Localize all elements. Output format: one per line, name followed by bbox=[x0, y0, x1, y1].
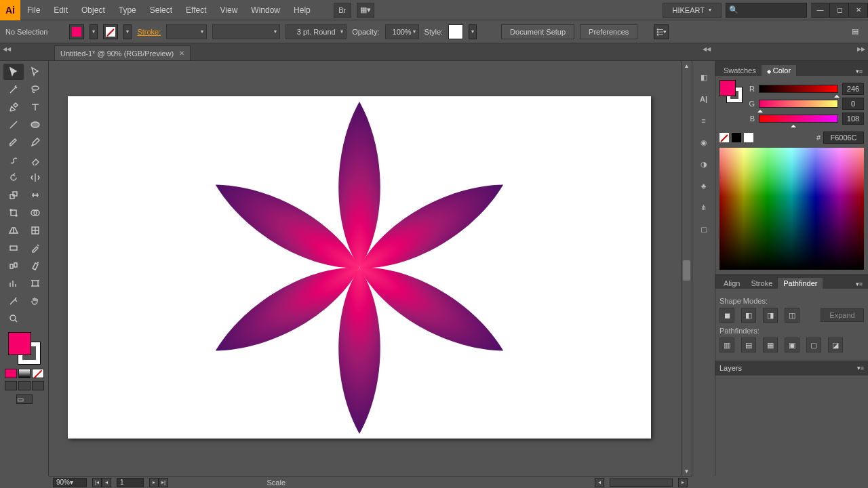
appearance-panel-icon[interactable]: ◉ bbox=[697, 136, 711, 149]
hex-field[interactable]: F6006C bbox=[823, 131, 864, 144]
brushes-panel-icon[interactable]: ⋔ bbox=[697, 201, 711, 214]
free-transform-tool[interactable] bbox=[3, 205, 24, 221]
scroll-down-icon[interactable]: ▼ bbox=[682, 466, 692, 476]
preferences-button[interactable]: Preferences bbox=[580, 24, 637, 39]
artboard-tool[interactable] bbox=[25, 275, 45, 291]
gradient-tool[interactable] bbox=[3, 240, 24, 256]
stroke-swatch[interactable] bbox=[103, 24, 118, 39]
pathfinder-tab[interactable]: Pathfinder bbox=[778, 278, 823, 289]
pathfinder-menu-icon[interactable]: ▾≡ bbox=[853, 279, 865, 289]
brush-dropdown[interactable]: 3 pt. Round▾ bbox=[285, 24, 347, 39]
scroll-up-icon[interactable]: ▲ bbox=[682, 61, 692, 70]
document-setup-button[interactable]: Document Setup bbox=[501, 24, 574, 39]
r-value[interactable]: 246 bbox=[842, 83, 864, 95]
blend-tool[interactable] bbox=[3, 258, 24, 274]
black-swatch-icon[interactable] bbox=[732, 133, 741, 142]
color-mode-button[interactable] bbox=[5, 369, 17, 378]
maximize-button[interactable]: ◻ bbox=[830, 3, 849, 18]
lasso-tool[interactable] bbox=[25, 81, 45, 98]
hand-tool[interactable] bbox=[25, 293, 45, 309]
magic-wand-tool[interactable] bbox=[3, 81, 24, 98]
unite-button[interactable]: ◼ bbox=[719, 308, 734, 323]
character-panel-icon[interactable]: A| bbox=[697, 92, 711, 106]
paintbrush-tool[interactable] bbox=[3, 134, 24, 150]
layers-menu-icon[interactable]: ▾≡ bbox=[857, 365, 864, 371]
selection-tool[interactable] bbox=[3, 64, 24, 80]
color-spectrum[interactable] bbox=[719, 148, 864, 270]
gradient-mode-button[interactable] bbox=[18, 369, 31, 378]
arrange-docs-button[interactable]: ▦▾ bbox=[357, 3, 374, 18]
fill-indicator[interactable] bbox=[8, 332, 31, 355]
white-swatch-icon[interactable] bbox=[744, 133, 753, 142]
fill-dropdown[interactable]: ▾ bbox=[90, 24, 98, 39]
layers-panel-header[interactable]: Layers ▾≡ bbox=[715, 361, 868, 375]
workspace-switcher[interactable]: HIKEART▾ bbox=[663, 3, 722, 18]
menu-help[interactable]: Help bbox=[287, 0, 317, 20]
align-tab[interactable]: Align bbox=[718, 278, 745, 289]
minus-back-button[interactable]: ◪ bbox=[828, 338, 843, 352]
fill-swatch[interactable] bbox=[69, 24, 84, 39]
perspective-tool[interactable] bbox=[3, 222, 24, 239]
transparency-panel-icon[interactable]: ▢ bbox=[697, 222, 711, 236]
pencil-tool[interactable] bbox=[25, 134, 45, 150]
menu-select[interactable]: Select bbox=[143, 0, 179, 20]
tab-close-icon[interactable]: ✕ bbox=[179, 49, 184, 57]
hscroll-right-button[interactable]: ▸ bbox=[678, 478, 688, 487]
r-slider[interactable] bbox=[759, 85, 838, 93]
eraser-tool[interactable] bbox=[25, 152, 45, 168]
varwidth-dropdown[interactable]: ▾ bbox=[212, 24, 280, 39]
type-tool[interactable] bbox=[25, 99, 45, 115]
align-dropdown-icon[interactable]: ⬱▾ bbox=[654, 24, 669, 39]
fill-stroke-indicator[interactable] bbox=[8, 332, 41, 365]
ellipse-tool[interactable] bbox=[25, 117, 45, 133]
intersect-button[interactable]: ◨ bbox=[763, 308, 778, 323]
menu-type[interactable]: Type bbox=[112, 0, 143, 20]
scroll-thumb[interactable] bbox=[683, 260, 690, 281]
merge-button[interactable]: ▦ bbox=[763, 338, 778, 352]
width-tool[interactable] bbox=[25, 187, 45, 203]
draw-behind-button[interactable] bbox=[18, 381, 31, 390]
expand-button[interactable]: Expand bbox=[821, 308, 864, 322]
menu-effect[interactable]: Effect bbox=[179, 0, 213, 20]
none-mode-button[interactable] bbox=[32, 369, 44, 378]
menu-view[interactable]: View bbox=[214, 0, 245, 20]
prev-artboard-button[interactable]: ◂ bbox=[102, 478, 111, 487]
mesh-tool[interactable] bbox=[25, 222, 45, 239]
zoom-field[interactable]: 90% ▾ bbox=[53, 478, 87, 487]
line-tool[interactable] bbox=[3, 117, 24, 133]
menu-file[interactable]: File bbox=[20, 0, 47, 20]
divide-button[interactable]: ▥ bbox=[719, 338, 734, 352]
direct-selection-tool[interactable] bbox=[25, 64, 45, 80]
screen-mode-button[interactable]: ▭ bbox=[16, 394, 33, 404]
collapse-panels-icon[interactable]: ▶▶ bbox=[857, 46, 865, 52]
stroke-label[interactable]: Stroke: bbox=[137, 28, 161, 36]
symbol-sprayer-tool[interactable] bbox=[25, 258, 45, 274]
outline-button[interactable]: ▢ bbox=[806, 338, 821, 352]
color-tab[interactable]: ◆ Color bbox=[762, 65, 796, 76]
control-menu-icon[interactable]: ▤ bbox=[848, 27, 863, 36]
trim-button[interactable]: ▤ bbox=[741, 338, 756, 352]
search-input[interactable]: 🔍 bbox=[726, 3, 807, 18]
none-swatch-icon[interactable] bbox=[719, 133, 729, 142]
menu-edit[interactable]: Edit bbox=[47, 0, 75, 20]
collapse-right-icon[interactable]: ◀◀ bbox=[703, 46, 711, 52]
menu-object[interactable]: Object bbox=[75, 0, 112, 20]
pen-tool[interactable] bbox=[3, 99, 24, 115]
zoom-tool[interactable] bbox=[3, 310, 24, 327]
vertical-scrollbar[interactable]: ▲ ▼ bbox=[681, 61, 692, 476]
bridge-button[interactable]: Br bbox=[334, 3, 351, 18]
horizontal-scrollbar[interactable] bbox=[610, 479, 673, 487]
style-dropdown[interactable]: ▾ bbox=[469, 24, 477, 39]
symbols-panel-icon[interactable]: ♣ bbox=[697, 179, 711, 192]
blob-brush-tool[interactable] bbox=[3, 152, 24, 168]
slice-tool[interactable] bbox=[3, 293, 24, 309]
minimize-button[interactable]: — bbox=[811, 3, 830, 18]
stroke-weight-field[interactable]: ▾ bbox=[166, 24, 207, 39]
scale-tool[interactable] bbox=[3, 187, 24, 203]
stroke-tab[interactable]: Stroke bbox=[745, 278, 778, 289]
paragraph-panel-icon[interactable]: ≡ bbox=[697, 114, 711, 127]
crop-button[interactable]: ▣ bbox=[785, 338, 800, 352]
rotate-tool[interactable] bbox=[3, 169, 24, 186]
canvas[interactable] bbox=[49, 61, 681, 476]
last-artboard-button[interactable]: ▸| bbox=[159, 478, 168, 487]
